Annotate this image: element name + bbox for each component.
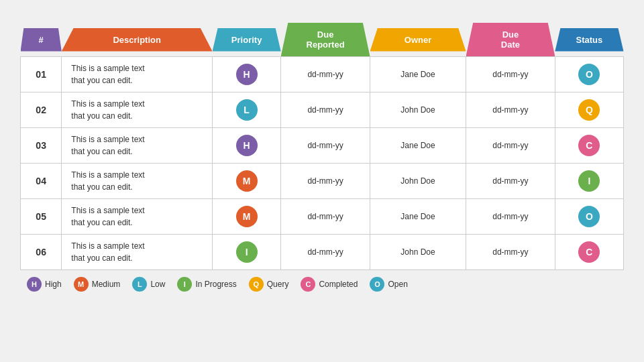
row-status: C [555,235,623,270]
legend-item-completed: CCompleted [301,277,358,292]
status-circle: Q [578,99,600,121]
legend-circle: H [27,277,42,292]
table-row[interactable]: 01This is a sample textthat you can edit… [21,57,624,93]
status-circle: I [578,170,600,192]
row-status: Q [555,93,623,128]
column-header-description: Description [62,23,213,57]
legend-label: Low [150,280,165,289]
legend-label: Medium [92,280,121,289]
legend-label: In Progress [195,280,236,289]
row-number: 04 [21,164,62,199]
row-owner[interactable]: Jane Doe [370,128,466,164]
legend-item-high: HHigh [27,277,62,292]
row-due-date[interactable]: dd-mm-yy [466,235,555,270]
column-header-owner: Owner [370,23,466,57]
row-priority: L [213,93,281,128]
table-body: 01This is a sample textthat you can edit… [21,57,624,270]
table-row[interactable]: 02This is a sample textthat you can edit… [21,93,624,128]
column-header-due_reported: DueReported [281,23,370,57]
row-status: I [555,164,623,199]
legend-item-query: QQuery [249,277,289,292]
row-description[interactable]: This is a sample textthat you can edit. [62,199,213,235]
column-header-priority: Priority [213,23,281,57]
row-description[interactable]: This is a sample textthat you can edit. [62,57,213,93]
legend-label: Open [388,280,407,289]
legend-circle: L [132,277,147,292]
status-circle: O [578,64,600,85]
status-circle: O [578,206,600,227]
row-due-reported[interactable]: dd-mm-yy [281,164,370,199]
row-status: O [555,199,623,235]
legend-circle: I [177,277,192,292]
row-description[interactable]: This is a sample textthat you can edit. [62,128,213,164]
legend-item-medium: MMedium [74,277,121,292]
table-row[interactable]: 03This is a sample textthat you can edit… [21,128,624,164]
row-status: O [555,57,623,93]
legend-circle: O [370,277,384,292]
table-row[interactable]: 06This is a sample textthat you can edit… [21,235,624,270]
table-row[interactable]: 05This is a sample textthat you can edit… [21,199,624,235]
legend-item-in-progress: IIn Progress [177,277,236,292]
column-header-status: Status [555,23,623,57]
row-number: 01 [21,57,62,93]
row-description[interactable]: This is a sample textthat you can edit. [62,235,213,270]
row-priority: M [213,199,281,235]
legend-label: Query [267,280,289,289]
legend-label: Completed [319,280,358,289]
row-due-reported[interactable]: dd-mm-yy [281,93,370,128]
legend: HHighMMediumLLowIIn ProgressQQueryCCompl… [20,277,624,292]
priority-circle: L [236,99,258,121]
row-owner[interactable]: John Doe [370,164,466,199]
row-description[interactable]: This is a sample textthat you can edit. [62,164,213,199]
row-owner[interactable]: John Doe [370,235,466,270]
row-due-date[interactable]: dd-mm-yy [466,93,555,128]
legend-item-open: OOpen [370,277,407,292]
column-header-hash: # [21,23,62,57]
priority-circle: M [236,170,258,192]
row-number: 03 [21,128,62,164]
priority-circle: I [236,241,258,263]
legend-label: High [45,280,62,289]
column-header-due_date: DueDate [466,23,555,57]
table-row[interactable]: 04This is a sample textthat you can edit… [21,164,624,199]
row-due-date[interactable]: dd-mm-yy [466,57,555,93]
table-header-row: #DescriptionPriorityDueReportedOwnerDueD… [21,23,624,57]
row-owner[interactable]: Jane Doe [370,57,466,93]
row-due-reported[interactable]: dd-mm-yy [281,128,370,164]
row-owner[interactable]: John Doe [370,93,466,128]
legend-item-low: LLow [132,277,165,292]
legend-circle: Q [249,277,264,292]
row-priority: H [213,57,281,93]
row-due-reported[interactable]: dd-mm-yy [281,57,370,93]
row-number: 06 [21,235,62,270]
row-number: 05 [21,199,62,235]
legend-circle: M [74,277,89,292]
row-due-reported[interactable]: dd-mm-yy [281,199,370,235]
status-circle: C [578,241,600,263]
row-priority: I [213,235,281,270]
row-priority: M [213,164,281,199]
row-priority: H [213,128,281,164]
row-due-date[interactable]: dd-mm-yy [466,164,555,199]
row-due-reported[interactable]: dd-mm-yy [281,235,370,270]
row-owner[interactable]: Jane Doe [370,199,466,235]
legend-circle: C [301,277,315,292]
action-items-table: #DescriptionPriorityDueReportedOwnerDueD… [20,23,624,270]
status-circle: C [578,135,600,156]
row-due-date[interactable]: dd-mm-yy [466,128,555,164]
priority-circle: H [236,135,258,156]
row-status: C [555,128,623,164]
priority-circle: M [236,206,258,227]
row-number: 02 [21,93,62,128]
priority-circle: H [236,64,258,85]
row-due-date[interactable]: dd-mm-yy [466,199,555,235]
row-description[interactable]: This is a sample textthat you can edit. [62,93,213,128]
